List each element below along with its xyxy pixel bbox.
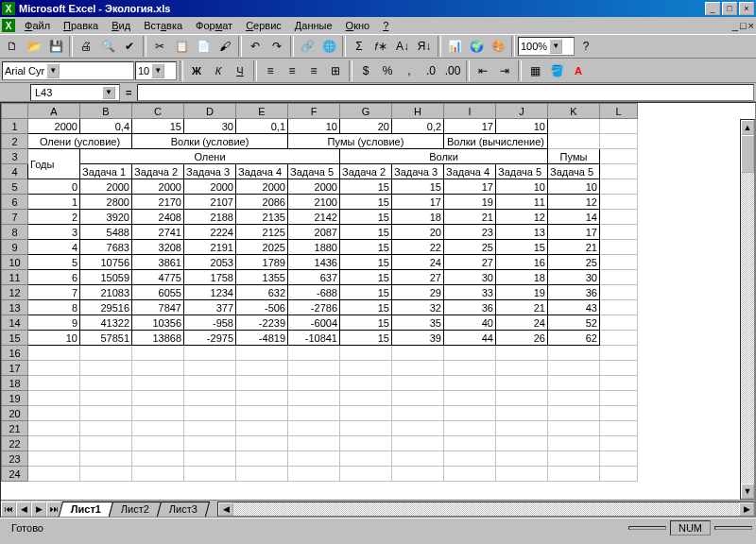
drawing-icon[interactable]: 🎨	[488, 36, 508, 57]
dropdown-icon[interactable]: ▼	[151, 63, 164, 78]
cell[interactable]: 15	[340, 285, 392, 300]
cell[interactable]	[392, 346, 444, 361]
dropdown-icon[interactable]: ▼	[102, 86, 115, 99]
cell[interactable]	[392, 421, 444, 436]
cell[interactable]	[392, 436, 444, 451]
cell[interactable]: 14	[548, 210, 600, 225]
cell[interactable]	[80, 421, 132, 436]
help-icon[interactable]: ?	[576, 36, 596, 57]
cell[interactable]	[548, 134, 600, 149]
tab-first-icon[interactable]: ⏮	[1, 502, 16, 517]
cell[interactable]	[600, 391, 638, 406]
cell[interactable]	[600, 210, 638, 225]
row-header[interactable]: 14	[2, 315, 28, 331]
cell[interactable]: Олени	[80, 149, 340, 164]
underline-icon[interactable]: Ч	[230, 60, 250, 81]
cell[interactable]: 2142	[288, 210, 340, 225]
cell[interactable]: 62	[548, 331, 600, 346]
cell[interactable]	[548, 436, 600, 451]
cell[interactable]	[184, 467, 236, 482]
cell[interactable]: 27	[392, 270, 444, 285]
cell[interactable]: 5	[28, 255, 80, 270]
spell-icon[interactable]: ✔	[119, 36, 140, 57]
cell[interactable]: 0,2	[392, 119, 444, 134]
cell[interactable]	[132, 467, 184, 482]
cell[interactable]	[444, 436, 496, 451]
cell[interactable]	[496, 376, 548, 391]
col-header[interactable]: D	[184, 104, 236, 119]
cell[interactable]: 39	[392, 331, 444, 346]
cell[interactable]	[184, 451, 236, 467]
cell[interactable]	[548, 391, 600, 406]
copy-icon[interactable]: 📋	[171, 36, 192, 57]
cell[interactable]	[236, 451, 288, 467]
scroll-right-icon[interactable]: ▶	[739, 502, 754, 516]
cell[interactable]: 24	[392, 255, 444, 270]
cell[interactable]: 0,4	[80, 119, 132, 134]
cell[interactable]	[132, 421, 184, 436]
cell[interactable]	[28, 361, 80, 376]
cell[interactable]	[80, 436, 132, 451]
cell[interactable]: 2125	[236, 225, 288, 240]
cell[interactable]: 0	[28, 179, 80, 195]
cell[interactable]	[600, 149, 638, 164]
merge-icon[interactable]: ⊞	[325, 60, 346, 81]
formula-input[interactable]	[137, 84, 754, 101]
row-header[interactable]: 8	[2, 225, 28, 240]
cell[interactable]: 2107	[184, 195, 236, 210]
col-header[interactable]: B	[80, 104, 132, 119]
cell[interactable]: 15	[340, 270, 392, 285]
cell[interactable]	[444, 421, 496, 436]
cell[interactable]	[288, 391, 340, 406]
cell[interactable]: Олени (условие)	[28, 134, 132, 149]
cell[interactable]: Пумы	[548, 149, 600, 164]
cell[interactable]: 15	[340, 300, 392, 315]
cell[interactable]: Задача 2	[340, 164, 392, 179]
app-icon[interactable]: X	[2, 19, 15, 32]
close-button[interactable]: ×	[739, 2, 754, 15]
formula-equals[interactable]: =	[126, 87, 131, 98]
row-header[interactable]: 19	[2, 391, 28, 406]
cell[interactable]: 3	[28, 225, 80, 240]
cell[interactable]: 2000	[80, 179, 132, 195]
menu-help[interactable]: ?	[377, 19, 394, 32]
cell[interactable]: 1758	[184, 270, 236, 285]
cell[interactable]: 27	[444, 255, 496, 270]
cell[interactable]	[288, 346, 340, 361]
cell[interactable]	[600, 179, 638, 195]
cell[interactable]: 10	[496, 179, 548, 195]
cell[interactable]: 10756	[80, 255, 132, 270]
cell[interactable]	[600, 119, 638, 134]
cell[interactable]	[600, 255, 638, 270]
select-all-corner[interactable]	[2, 104, 28, 119]
cell[interactable]: 2053	[184, 255, 236, 270]
row-header[interactable]: 16	[2, 346, 28, 361]
dec-indent-icon[interactable]: ⇤	[472, 60, 493, 81]
map-icon[interactable]: 🌍	[466, 36, 487, 57]
format-painter-icon[interactable]: 🖌	[215, 36, 235, 57]
cell[interactable]	[28, 391, 80, 406]
cell[interactable]: 21083	[80, 285, 132, 300]
cell[interactable]: 377	[184, 300, 236, 315]
align-right-icon[interactable]: ≡	[303, 60, 324, 81]
cell[interactable]: 40	[444, 315, 496, 331]
minimize-button[interactable]: _	[705, 2, 720, 15]
cell[interactable]	[132, 376, 184, 391]
cell[interactable]: 22	[392, 240, 444, 255]
cell[interactable]: -2975	[184, 331, 236, 346]
cell[interactable]	[496, 436, 548, 451]
col-header[interactable]: I	[444, 104, 496, 119]
cell[interactable]: -4819	[236, 331, 288, 346]
cell[interactable]: 15059	[80, 270, 132, 285]
scroll-up-icon[interactable]: ▲	[741, 120, 754, 135]
cell[interactable]: 30	[184, 119, 236, 134]
cell[interactable]: 44	[444, 331, 496, 346]
cell[interactable]: 23	[444, 225, 496, 240]
tab-prev-icon[interactable]: ◀	[16, 502, 31, 517]
cell[interactable]	[132, 391, 184, 406]
row-header[interactable]: 10	[2, 255, 28, 270]
cell[interactable]: 24	[496, 315, 548, 331]
row-header[interactable]: 12	[2, 285, 28, 300]
doc-close-button[interactable]: ×	[748, 20, 754, 31]
cell[interactable]: 57851	[80, 331, 132, 346]
